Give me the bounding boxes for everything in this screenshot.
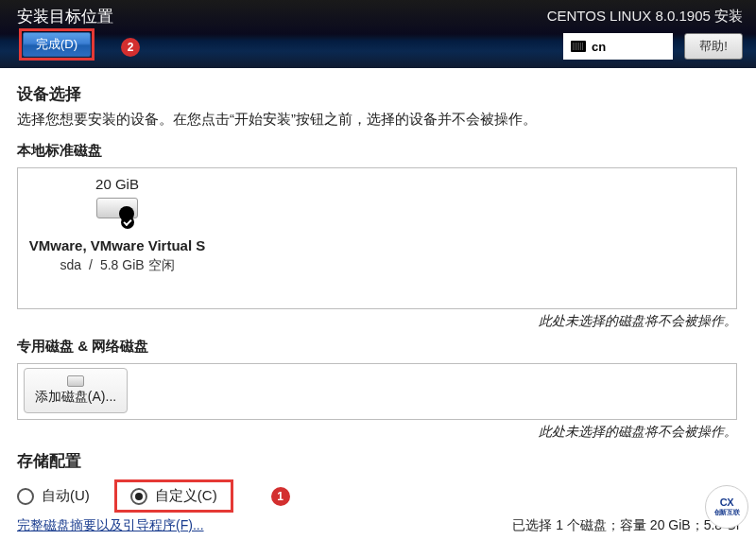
footer-bar: 完整磁盘摘要以及引导程序(F)... 已选择 1 个磁盘；容量 20 GiB；5…: [0, 517, 756, 534]
hard-disk-icon: [96, 198, 138, 226]
add-disk-label: 添加磁盘(A)...: [35, 389, 116, 406]
keyboard-icon: [571, 41, 586, 52]
local-disks-title: 本地标准磁盘: [17, 142, 739, 160]
add-disk-button[interactable]: 添加磁盘(A)...: [24, 368, 128, 413]
content-area: 设备选择 选择您想要安装的设备。在您点击“开始安装”按钮之前，选择的设备并不会被…: [0, 68, 756, 513]
small-disk-icon: [67, 375, 84, 387]
done-highlight: 完成(D): [19, 28, 94, 61]
full-disk-summary-link[interactable]: 完整磁盘摘要以及引导程序(F)...: [17, 517, 204, 534]
annotation-badge-1: 1: [271, 487, 290, 506]
disk-subinfo: sda/5.8 GiB 空闲: [27, 257, 207, 274]
unselected-hint-2: 此处未选择的磁盘将不会被操作。: [17, 424, 737, 441]
storage-config-title: 存储配置: [17, 450, 739, 472]
radio-custom-label: 自定义(C): [155, 487, 217, 505]
page-title: 安装目标位置: [17, 6, 113, 27]
device-section-title: 设备选择: [17, 83, 739, 105]
device-section-desc: 选择您想要安装的设备。在您点击“开始安装”按钮之前，选择的设备并不会被操作。: [17, 111, 739, 129]
storage-radio-row: 自动(U) 自定义(C) 1: [17, 479, 739, 513]
local-disks-area: 20 GiB VMware, VMware Virtual S sda/5.8 …: [17, 167, 737, 309]
annotation-badge-2: 2: [121, 38, 140, 57]
keyboard-layout-label: cn: [592, 40, 606, 54]
done-button[interactable]: 完成(D): [23, 32, 91, 57]
selected-disk-info: 已选择 1 个磁盘；容量 20 GiB；5.8 Gi: [512, 517, 739, 534]
watermark-logo: CX创新互联: [705, 485, 748, 529]
radio-icon: [17, 488, 34, 505]
radio-icon-selected: [130, 488, 147, 505]
special-disks-title: 专用磁盘 & 网络磁盘: [17, 338, 739, 356]
disk-dev: sda: [60, 257, 81, 272]
unselected-hint-1: 此处未选择的磁盘将不会被操作。: [17, 313, 737, 330]
disk-free: 5.8 GiB 空闲: [100, 257, 175, 272]
disk-name: VMware, VMware Virtual S: [27, 237, 207, 253]
keyboard-layout-selector[interactable]: cn: [563, 33, 673, 60]
custom-highlight: 自定义(C): [114, 479, 233, 513]
header-bar: 安装目标位置 完成(D) 2 CENTOS LINUX 8.0.1905 安装 …: [0, 0, 756, 68]
special-disks-area: 添加磁盘(A)...: [17, 363, 737, 420]
help-button[interactable]: 帮助!: [684, 33, 743, 60]
radio-auto-label: 自动(U): [42, 487, 90, 505]
radio-custom[interactable]: 自定义(C): [130, 487, 217, 505]
installer-subtitle: CENTOS LINUX 8.0.1905 安装: [547, 8, 743, 26]
disk-tile-sda[interactable]: 20 GiB VMware, VMware Virtual S sda/5.8 …: [27, 176, 207, 274]
radio-auto[interactable]: 自动(U): [17, 487, 90, 505]
header-right: CENTOS LINUX 8.0.1905 安装 cn 帮助!: [547, 8, 743, 60]
check-icon: [121, 216, 134, 229]
disk-capacity: 20 GiB: [27, 176, 207, 192]
